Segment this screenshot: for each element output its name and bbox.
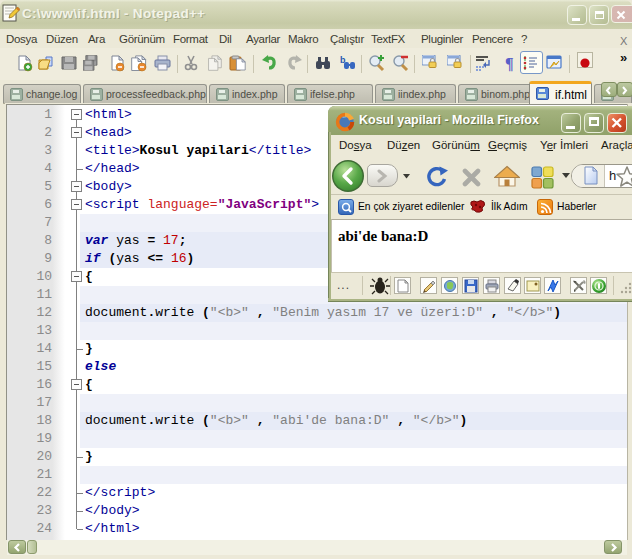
- svg-text:¶: ¶: [505, 55, 514, 72]
